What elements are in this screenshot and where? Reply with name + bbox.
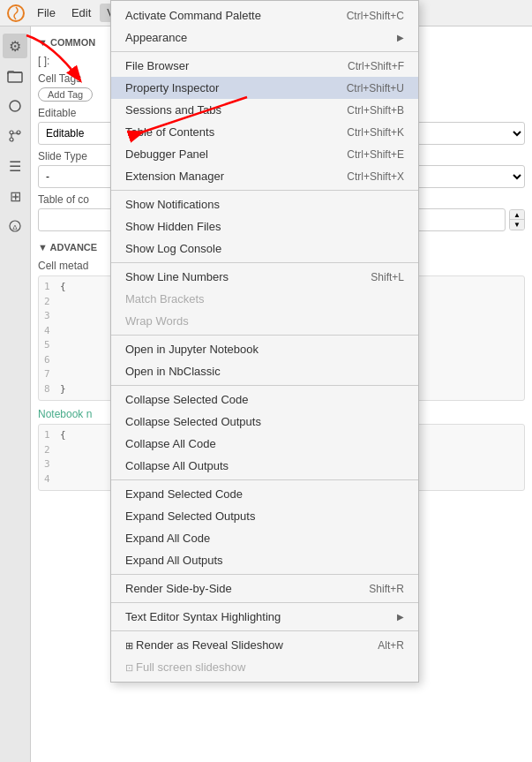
dropdown-item-shortcut: Ctrl+Shift+K [347,126,404,139]
view-dropdown-menu: Activate Command PaletteCtrl+Shift+CAppe… [110,0,419,683]
dropdown-separator [111,335,418,336]
dropdown-item-label: Match Brackets [125,292,205,306]
toc-spinner[interactable]: ▲ ▼ [509,209,525,230]
dropdown-item[interactable]: Appearance [111,26,418,49]
dropdown-item-label: Collapse Selected Code [125,393,248,406]
dropdown-item[interactable]: Match Brackets [111,288,418,310]
dropdown-item-label: ⊞ Render as Reveal Slideshow [125,638,283,652]
dropdown-item[interactable]: Sessions and TabsCtrl+Shift+B [111,99,418,121]
dropdown-item[interactable]: Collapse All Code [111,433,418,455]
dropdown-item-label: File Browser [125,59,189,72]
dropdown-separator [111,262,418,263]
dropdown-item[interactable]: Show Line NumbersShift+L [111,266,418,288]
dropdown-item[interactable]: Extension ManagerCtrl+Shift+X [111,165,418,187]
dropdown-item[interactable]: Text Editor Syntax Highlighting [111,606,418,628]
dropdown-item-shortcut: Ctrl+Shift+U [347,82,404,94]
dropdown-item[interactable]: Collapse Selected Code [111,389,418,411]
dropdown-item-label: Activate Command Palette [125,9,261,22]
menu-edit[interactable]: Edit [64,4,98,22]
dropdown-item[interactable]: ⊡ Full screen slideshow [111,656,418,678]
dropdown-item-label: Expand Selected Code [125,487,243,501]
dropdown-item[interactable]: Property InspectorCtrl+Shift+U [111,77,418,99]
dropdown-item[interactable]: Wrap Words [111,310,418,332]
dropdown-separator [111,630,418,631]
dropdown-separator [111,190,418,191]
dropdown-item-label: Table of Contents [125,125,214,139]
svg-text:Δ: Δ [12,223,18,231]
dropdown-item[interactable]: Expand Selected Code [111,483,418,505]
gear-icon-btn[interactable]: ⚙ [3,34,27,58]
folder-icon-btn[interactable] [3,64,27,88]
dropdown-item[interactable]: File BrowserCtrl+Shift+F [111,55,418,77]
dropdown-separator [111,574,418,575]
dropdown-item-label: ⊡ Full screen slideshow [125,660,245,674]
dropdown-item-label: Expand All Code [125,532,210,545]
dropdown-item-label: Show Log Console [125,242,221,255]
icon-sidebar: ⚙ ☰ ⊞ Δ [0,26,31,762]
dropdown-item-shortcut: Alt+R [378,639,404,652]
dropdown-item-shortcut: Ctrl+Shift+C [347,10,404,22]
dropdown-item-shortcut: Ctrl+Shift+F [348,60,404,72]
circle-icon-btn[interactable] [3,94,27,118]
svg-point-2 [10,101,20,111]
dropdown-item[interactable]: Open in Jupyter Notebook [111,338,418,360]
dropdown-item-label: Open in Jupyter Notebook [125,343,259,356]
puzzle-icon-btn[interactable]: ⊞ [3,184,27,208]
dropdown-item[interactable]: Activate Command PaletteCtrl+Shift+C [111,4,418,26]
dropdown-item[interactable]: Table of ContentsCtrl+Shift+K [111,121,418,143]
svg-rect-1 [8,72,22,82]
dropdown-item-label: Render Side-by-Side [125,582,232,595]
dropdown-item-shortcut: Ctrl+Shift+X [347,170,404,183]
spinner-up-btn[interactable]: ▲ [510,210,524,220]
delta-icon-btn[interactable]: Δ [3,214,27,238]
dropdown-item[interactable]: Expand Selected Outputs [111,505,418,527]
dropdown-item-label: Expand Selected Outputs [125,509,255,523]
dropdown-item[interactable]: Expand All Code [111,527,418,549]
dropdown-item[interactable]: ⊞ Render as Reveal SlideshowAlt+R [111,634,418,656]
dropdown-item[interactable]: Show Notifications [111,193,418,215]
dropdown-item-label: Collapse Selected Outputs [125,415,261,428]
dropdown-item-shortcut: Shift+L [371,271,404,283]
dropdown-item-label: Extension Manager [125,170,224,183]
dropdown-item-label: Debugger Panel [125,147,208,161]
list-icon-btn[interactable]: ☰ [3,154,27,178]
dropdown-item-label: Collapse All Outputs [125,459,229,472]
dropdown-item-label: Property Inspector [125,81,219,94]
dropdown-item-label: Open in NbClassic [125,365,221,378]
dropdown-item-shortcut: Shift+R [369,583,404,595]
git-icon-btn[interactable] [3,124,27,148]
dropdown-item[interactable]: Expand All Outputs [111,549,418,571]
dropdown-item-label: Show Hidden Files [125,220,221,233]
spinner-down-btn[interactable]: ▼ [510,220,524,230]
dropdown-item-label: Text Editor Syntax Highlighting [125,610,281,623]
dropdown-item[interactable]: Collapse Selected Outputs [111,411,418,433]
dropdown-item[interactable]: Debugger PanelCtrl+Shift+E [111,143,418,165]
dropdown-item-label: Collapse All Code [125,437,216,450]
dropdown-item-label: Appearance [125,31,187,44]
dropdown-separator [111,602,418,603]
app-logo [7,4,25,22]
menu-file[interactable]: File [30,4,63,22]
dropdown-separator [111,479,418,480]
dropdown-item-shortcut: Ctrl+Shift+B [347,104,404,117]
dropdown-item[interactable]: Show Log Console [111,238,418,260]
dropdown-item[interactable]: Open in NbClassic [111,360,418,382]
dropdown-item[interactable]: Render Side-by-SideShift+R [111,577,418,600]
dropdown-item[interactable]: Collapse All Outputs [111,455,418,477]
dropdown-item-label: Expand All Outputs [125,554,223,567]
dropdown-separator [111,385,418,386]
dropdown-item-label: Show Notifications [125,198,220,211]
dropdown-item-label: Show Line Numbers [125,270,229,283]
dropdown-item-shortcut: Ctrl+Shift+E [347,148,404,161]
dropdown-item[interactable]: Show Hidden Files [111,215,418,238]
dropdown-item-label: Sessions and Tabs [125,103,221,117]
dropdown-separator [111,51,418,52]
svg-point-5 [10,138,13,141]
add-tag-button[interactable]: Add Tag [38,87,93,102]
dropdown-item-label: Wrap Words [125,314,189,328]
